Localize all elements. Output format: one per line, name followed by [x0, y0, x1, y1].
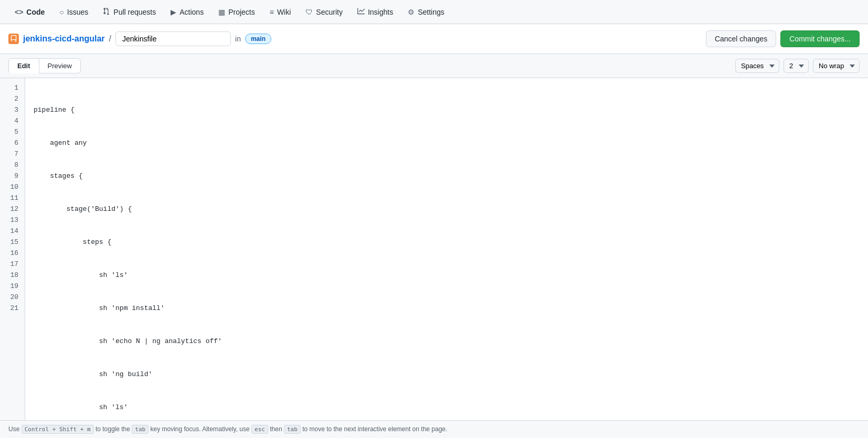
kbd-esc: esc	[251, 425, 268, 434]
indent-select[interactable]: 2	[784, 59, 809, 73]
projects-icon: ▦	[218, 8, 225, 16]
line-num-9: 9	[6, 170, 18, 181]
nav-item-pull-requests[interactable]: Pull requests	[97, 4, 162, 19]
nav-label-settings: Settings	[418, 8, 444, 16]
nav-item-settings[interactable]: ⚙ Settings	[401, 5, 451, 19]
cancel-changes-button[interactable]: Cancel changes	[706, 30, 776, 47]
status-then: then	[270, 425, 284, 433]
settings-icon: ⚙	[408, 8, 415, 16]
code-line-4: stage('Build') {	[34, 204, 860, 215]
branch-badge[interactable]: main	[245, 34, 271, 44]
pr-icon	[103, 7, 110, 16]
breadcrumb-left: jenkins-cicd-angular / in main	[8, 31, 271, 46]
status-rest: key moving focus. Alternatively, use	[150, 425, 251, 433]
line-num-11: 11	[6, 193, 18, 204]
line-num-4: 4	[6, 115, 18, 126]
line-num-10: 10	[6, 181, 18, 193]
code-icon: <>	[15, 8, 23, 16]
repo-name[interactable]: jenkins-cicd-angular	[23, 34, 105, 44]
nav-label-code: Code	[26, 8, 45, 16]
editor-toolbar: Edit Preview Spaces 2 No wrap	[0, 54, 868, 78]
line-num-8: 8	[6, 159, 18, 170]
line-num-19: 19	[6, 281, 18, 292]
code-line-2: agent any	[34, 137, 860, 148]
nav-item-insights[interactable]: Insights	[351, 4, 399, 19]
line-num-3: 3	[6, 104, 18, 115]
nav-item-projects[interactable]: ▦ Projects	[212, 5, 261, 19]
code-line-7: sh 'npm install'	[34, 303, 860, 314]
wiki-icon: ≡	[270, 8, 274, 16]
insights-icon	[357, 7, 365, 16]
editor-tabs: Edit Preview	[8, 58, 81, 73]
nav-item-security[interactable]: 🛡 Security	[299, 5, 349, 19]
nav-bar: <> Code ○ Issues Pull requests ▶ Actions…	[0, 0, 868, 24]
security-icon: 🛡	[305, 8, 313, 16]
commit-changes-button[interactable]: Commit changes...	[780, 30, 860, 47]
line-num-16: 16	[6, 248, 18, 259]
spaces-select[interactable]: Spaces	[735, 59, 779, 73]
breadcrumb-separator: /	[109, 34, 111, 44]
nav-label-actions: Actions	[179, 8, 204, 16]
actions-icon: ▶	[171, 8, 176, 16]
nav-label-projects: Projects	[228, 8, 255, 16]
breadcrumb-right: Cancel changes Commit changes...	[706, 30, 860, 47]
kbd-tab: tab	[132, 425, 149, 434]
code-editor[interactable]: 1 2 3 4 5 6 7 8 9 10 11 12 13 14 15 16 1…	[0, 78, 868, 438]
code-line-3: stages {	[34, 170, 860, 181]
nav-label-issues: Issues	[67, 8, 88, 16]
issues-icon: ○	[59, 8, 63, 16]
code-line-10: sh 'ls'	[34, 402, 860, 413]
line-num-18: 18	[6, 270, 18, 281]
status-middle: to toggle the	[96, 425, 132, 433]
nav-item-issues[interactable]: ○ Issues	[53, 5, 94, 19]
status-end: to move to the next interactive element …	[302, 425, 447, 433]
line-num-2: 2	[6, 93, 18, 104]
kbd-tab2: tab	[284, 425, 301, 434]
filename-input[interactable]	[115, 31, 231, 46]
in-label: in	[235, 35, 241, 43]
line-num-5: 5	[6, 126, 18, 137]
line-num-12: 12	[6, 204, 18, 215]
line-num-6: 6	[6, 137, 18, 148]
status-bar: Use Control + Shift + m to toggle the ta…	[0, 420, 868, 438]
tab-edit[interactable]: Edit	[8, 58, 39, 73]
status-text: Use	[8, 425, 22, 433]
line-num-15: 15	[6, 237, 18, 248]
nav-label-security: Security	[316, 8, 343, 16]
line-num-20: 20	[6, 292, 18, 303]
breadcrumb-bar: jenkins-cicd-angular / in main Cancel ch…	[0, 24, 868, 54]
code-line-1: pipeline {	[34, 104, 860, 115]
nav-label-wiki: Wiki	[277, 8, 291, 16]
code-line-9: sh 'ng build'	[34, 369, 860, 380]
nav-label-insights: Insights	[368, 8, 393, 16]
code-content[interactable]: pipeline { agent any stages { stage('Bui…	[25, 78, 868, 438]
nav-item-wiki[interactable]: ≡ Wiki	[263, 5, 298, 19]
repo-icon	[8, 34, 19, 44]
code-line-8: sh 'echo N | ng analytics off'	[34, 336, 860, 347]
editor-controls: Spaces 2 No wrap	[735, 59, 860, 73]
code-line-6: sh 'ls'	[34, 270, 860, 281]
nav-item-code[interactable]: <> Code	[8, 5, 51, 19]
line-num-13: 13	[6, 215, 18, 226]
line-num-1: 1	[6, 82, 18, 93]
code-line-5: steps {	[34, 237, 860, 248]
nav-item-actions[interactable]: ▶ Actions	[164, 5, 210, 19]
line-num-14: 14	[6, 226, 18, 237]
line-num-21: 21	[6, 303, 18, 314]
nav-label-prs: Pull requests	[113, 8, 156, 16]
kbd-ctrl-shift-m: Control + Shift + m	[22, 425, 94, 434]
line-num-17: 17	[6, 259, 18, 270]
wrap-select[interactable]: No wrap	[813, 59, 860, 73]
line-num-7: 7	[6, 148, 18, 159]
tab-preview[interactable]: Preview	[39, 58, 81, 73]
line-numbers: 1 2 3 4 5 6 7 8 9 10 11 12 13 14 15 16 1…	[0, 78, 25, 438]
